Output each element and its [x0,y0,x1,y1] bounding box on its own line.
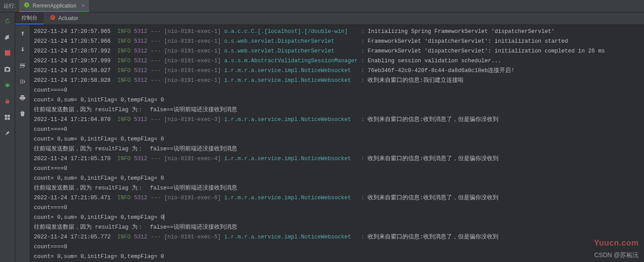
scroll-to-end-icon[interactable] [18,77,28,86]
log-dash: --- [151,68,161,74]
log-level: INFO [117,77,131,84]
log-dash: --- [151,117,161,123]
soft-wrap-icon[interactable] [18,60,28,70]
rerun-button[interactable] [3,16,12,26]
log-level: INFO [117,38,131,44]
log-thread: [nio-8191-exec-1] [164,38,221,44]
close-icon[interactable]: × [81,3,85,9]
wrench-icon[interactable] [3,32,12,42]
log-timestamp: 2022-11-24 17:21:05.170 [34,156,111,162]
log-dash: --- [151,195,161,201]
log-logger: i.r.m.r.a.service.impl.NoticeWebsocket [224,117,358,123]
clear-icon[interactable] [18,109,28,118]
log-separator: : [361,117,365,123]
pin-icon[interactable] [3,128,12,138]
down-arrow-icon[interactable] [18,44,28,54]
log-level: INFO [117,195,131,201]
stdout-line: count= 0,sum= 0,initFlag= 0,tempFlag= 0 [34,95,640,105]
log-dash: --- [151,58,161,64]
log-thread: [nio-8191-exec-1] [164,77,221,84]
log-pid: 5312 [134,77,147,84]
log-message: FrameworkServlet 'dispatcherServlet': in… [368,38,568,44]
log-timestamp: 2022-11-24 17:20:57.965 [34,28,111,35]
stdout-line: count= 0,sum= 0,initFlag= 0,tempFlag= 0 [34,134,640,144]
log-line: 2022-11-24 17:20:57.965 INFO 5312 --- [n… [34,27,640,36]
log-message: Enabling session validation scheduler... [368,58,501,64]
log-message: 收到来自窗口的信息:收到消息了，但是骗你没收到 [368,117,498,123]
log-line: 2022-11-24 17:21:04.870 INFO 5312 --- [n… [34,115,640,125]
text-caret [164,214,164,221]
log-pid: 5312 [134,48,147,54]
log-message: 收到来自窗口的信息:我们建立连接啦 [368,77,464,84]
log-timestamp: 2022-11-24 17:20:58.028 [34,77,111,84]
log-line: 2022-11-24 17:20:57.999 INFO 5312 --- [n… [34,56,640,66]
log-thread: [nio-8191-exec-1] [164,28,221,35]
log-message: 收到来自窗口的信息:收到消息了，但是骗你没收到 [368,195,498,201]
tab-console[interactable]: 控制台 [15,12,44,24]
log-logger: i.r.m.r.a.service.impl.NoticeWebsocket [224,77,358,84]
log-pid: 5312 [134,195,147,201]
log-thread: [nio-8191-exec-1] [164,68,221,74]
log-dash: --- [151,156,161,162]
log-level: INFO [117,58,131,64]
run-config-name: RenrenApplication [32,3,76,9]
log-pid: 5312 [134,156,147,162]
log-separator: : [361,38,365,44]
exit-icon[interactable] [3,96,12,106]
log-message: 收到来自窗口的信息:收到消息了，但是骗你没收到 [368,156,498,162]
run-toolwindow-header: 运行: RenrenApplication × [0,0,644,12]
log-line: 2022-11-24 17:21:05.772 INFO 5312 --- [n… [34,232,640,242]
log-timestamp: 2022-11-24 17:20:57.992 [34,48,111,54]
actuator-icon [50,15,56,22]
log-thread: [nio-8191-exec-1] [164,48,221,54]
stdout-text: 往前端发送数据，因为 resultFlag 为： false==说明前端还没接收… [34,107,237,113]
stdout-line: count= 0,sum= 0,initFlag= 0,tempFlag= 0 [34,173,640,183]
log-line: 2022-11-24 17:20:58.028 INFO 5312 --- [n… [34,76,640,85]
run-config-tab[interactable]: RenrenApplication × [19,0,89,12]
print-icon[interactable] [18,93,28,102]
stdout-line: count====0 [34,203,640,213]
log-dash: --- [151,77,161,84]
stdout-text: count= 0,sum= 0,initFlag= 0,tempFlag= 0 [34,97,164,103]
log-line: 2022-11-24 17:20:58.027 INFO 5312 --- [n… [34,66,640,76]
log-dash: --- [151,234,161,240]
log-logger: a.s.s.m.AbstractValidatingSessionManager [224,58,358,64]
log-logger: i.r.m.r.a.service.impl.NoticeWebsocket [224,156,358,162]
log-logger: o.s.web.servlet.DispatcherServlet [224,48,358,54]
log-level: INFO [117,117,131,123]
console-output[interactable]: 2022-11-24 17:20:57.965 INFO 5312 --- [n… [30,25,644,262]
stdout-text: count====0 [34,126,67,133]
toolwindow-title: 运行: [0,2,19,10]
log-level: INFO [117,234,131,240]
console-actions-gutter [15,25,30,262]
log-logger: i.r.m.r.a.service.impl.NoticeWebsocket [224,234,358,240]
stdout-text: count====0 [34,205,67,211]
camera-icon[interactable] [3,64,12,74]
stop-button[interactable] [3,48,12,58]
stdout-line: count= 0,sum= 0,initFlag= 0,tempFlag= 0 [34,213,640,222]
log-thread: [nio-8191-exec-1] [164,58,221,64]
stdout-text: count====0 [34,244,67,250]
stdout-text: count= 0,sum= 0,initFlag= 0,tempFlag= 0 [34,214,164,221]
stdout-text: 往前端发送数据，因为 resultFlag 为： false==说明前端还没接收… [34,224,237,230]
log-message: Initializing Spring FrameworkServlet 'di… [368,28,555,35]
log-logger: o.a.c.c.C.[.[localhost].[/double-win] [224,28,358,35]
layout-icon[interactable] [3,112,12,122]
log-timestamp: 2022-11-24 17:20:57.966 [34,38,111,44]
stdout-line: count= 0,sum= 0,initFlag= 0,tempFlag= 0 [34,252,640,262]
log-pid: 5312 [134,68,147,74]
log-logger: i.r.m.r.a.service.impl.NoticeWebsocket [224,195,358,201]
stdout-text: 往前端发送数据，因为 resultFlag 为： false==说明前端还没接收… [34,146,237,152]
stdout-text: count====0 [34,87,67,93]
up-arrow-icon[interactable] [18,28,28,38]
tab-actuator[interactable]: Actuator [44,12,85,24]
log-level: INFO [117,156,131,162]
bug-icon[interactable] [3,80,12,90]
log-pid: 5312 [134,38,147,44]
log-pid: 5312 [134,58,147,64]
log-thread: [nio-8191-exec-3] [164,117,221,123]
stdout-line: count====0 [34,242,640,252]
watermark-author: CSDN @苏柘沅 [594,251,639,259]
log-pid: 5312 [134,28,147,35]
stdout-line: 往前端发送数据，因为 resultFlag 为： false==说明前端还没接收… [34,105,640,115]
